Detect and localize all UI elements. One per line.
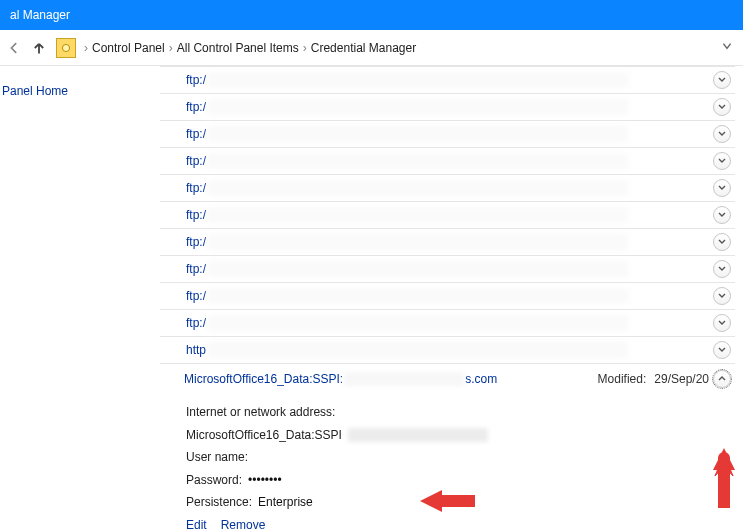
breadcrumb-sep: › — [303, 41, 307, 55]
expand-button[interactable] — [713, 287, 731, 305]
credential-label: ftp:/ — [160, 127, 206, 141]
credential-row[interactable]: ftp:/ — [160, 255, 735, 282]
expand-button[interactable] — [713, 233, 731, 251]
address-value: MicrosoftOffice16_Data:SSPI — [186, 426, 342, 445]
nav-arrows — [6, 39, 48, 57]
credential-mask — [208, 234, 628, 250]
credential-label: ftp:/ — [160, 235, 206, 249]
detail-actions: Edit Remove — [186, 516, 727, 530]
sidebar-home-link[interactable]: Panel Home — [0, 84, 150, 98]
control-panel-icon[interactable] — [56, 38, 76, 58]
credential-label: http — [160, 343, 206, 357]
nav-end — [721, 40, 737, 55]
expand-button[interactable] — [713, 98, 731, 116]
credential-name: MicrosoftOffice16_Data:SSPI: — [184, 372, 343, 386]
expand-button[interactable] — [713, 152, 731, 170]
credential-mask — [208, 288, 628, 304]
password-value: •••••••• — [248, 471, 282, 490]
credential-mask — [208, 72, 628, 88]
credential-row[interactable]: ftp:/ — [160, 228, 735, 255]
detail-username-row: User name: — [186, 448, 727, 467]
username-label: User name: — [186, 448, 248, 467]
breadcrumb-crumb[interactable]: All Control Panel Items — [177, 41, 299, 55]
expand-button[interactable] — [713, 125, 731, 143]
credential-mask — [208, 153, 628, 169]
breadcrumb-sep: › — [169, 41, 173, 55]
credential-label: ftp:/ — [160, 316, 206, 330]
breadcrumb-sep: › — [84, 41, 88, 55]
expand-button[interactable] — [713, 260, 731, 278]
credential-mask — [208, 342, 628, 358]
credential-label: ftp:/ — [160, 100, 206, 114]
credential-row[interactable]: ftp:/ — [160, 201, 735, 228]
credential-row[interactable]: ftp:/ — [160, 147, 735, 174]
address-label: Internet or network address: — [186, 403, 335, 422]
credential-row[interactable]: ftp:/ — [160, 282, 735, 309]
detail-password-row: Password: •••••••• — [186, 471, 727, 490]
credential-label: ftp:/ — [160, 181, 206, 195]
nav-up-button[interactable] — [30, 39, 48, 57]
credential-mask — [208, 99, 628, 115]
persistence-value: Enterprise — [258, 493, 313, 512]
credential-row[interactable]: http — [160, 336, 735, 363]
detail-persistence-row: Persistence: Enterprise — [186, 493, 727, 512]
modified-date: 29/Sep/20 — [654, 372, 709, 386]
persistence-label: Persistence: — [186, 493, 252, 512]
credential-label: ftp:/ — [160, 289, 206, 303]
expand-button[interactable] — [713, 179, 731, 197]
expand-button[interactable] — [713, 71, 731, 89]
expand-button[interactable] — [713, 314, 731, 332]
credential-row[interactable]: ftp:/ — [160, 174, 735, 201]
window-titlebar: al Manager — [0, 0, 743, 30]
credential-mask — [208, 207, 628, 223]
breadcrumb: › Control Panel › All Control Panel Item… — [84, 41, 416, 55]
credential-label: ftp:/ — [160, 154, 206, 168]
credential-domain-suffix: s.com — [465, 372, 497, 386]
content-area: Panel Home ftp:/ftp:/ftp:/ftp:/ftp:/ftp:… — [0, 66, 743, 530]
credential-label: ftp:/ — [160, 73, 206, 87]
credential-mask — [208, 315, 628, 331]
nav-bar: › Control Panel › All Control Panel Item… — [0, 30, 743, 66]
credential-mask — [208, 126, 628, 142]
expand-button[interactable] — [713, 341, 731, 359]
svg-point-0 — [62, 44, 69, 51]
address-mask — [348, 428, 488, 442]
credential-label: ftp:/ — [160, 262, 206, 276]
collapse-button[interactable] — [713, 370, 731, 388]
chevron-down-icon[interactable] — [721, 40, 733, 55]
breadcrumb-crumb[interactable]: Control Panel — [92, 41, 165, 55]
nav-back-button[interactable] — [6, 39, 24, 57]
credential-list: ftp:/ftp:/ftp:/ftp:/ftp:/ftp:/ftp:/ftp:/… — [160, 66, 735, 363]
credential-row[interactable]: ftp:/ — [160, 309, 735, 336]
detail-address-label-row: Internet or network address: — [186, 403, 727, 422]
credential-row[interactable]: ftp:/ — [160, 93, 735, 120]
credential-mask — [208, 180, 628, 196]
credential-label: ftp:/ — [160, 208, 206, 222]
credential-row-expanded[interactable]: MicrosoftOffice16_Data:SSPI: s.com Modif… — [160, 363, 735, 393]
credential-row[interactable]: ftp:/ — [160, 120, 735, 147]
credential-detail-panel: Internet or network address: MicrosoftOf… — [160, 393, 735, 530]
main-panel: ftp:/ftp:/ftp:/ftp:/ftp:/ftp:/ftp:/ftp:/… — [160, 66, 743, 530]
window-title: al Manager — [10, 8, 70, 22]
credential-row[interactable]: ftp:/ — [160, 66, 735, 93]
breadcrumb-crumb[interactable]: Credential Manager — [311, 41, 416, 55]
edit-link[interactable]: Edit — [186, 516, 207, 530]
modified-label: Modified: — [598, 372, 647, 386]
password-label: Password: — [186, 471, 242, 490]
remove-link[interactable]: Remove — [221, 516, 266, 530]
credential-mask — [208, 261, 628, 277]
credential-mask — [344, 372, 464, 386]
sidebar: Panel Home — [0, 66, 160, 530]
detail-address-row: MicrosoftOffice16_Data:SSPI — [186, 426, 727, 445]
expand-button[interactable] — [713, 206, 731, 224]
